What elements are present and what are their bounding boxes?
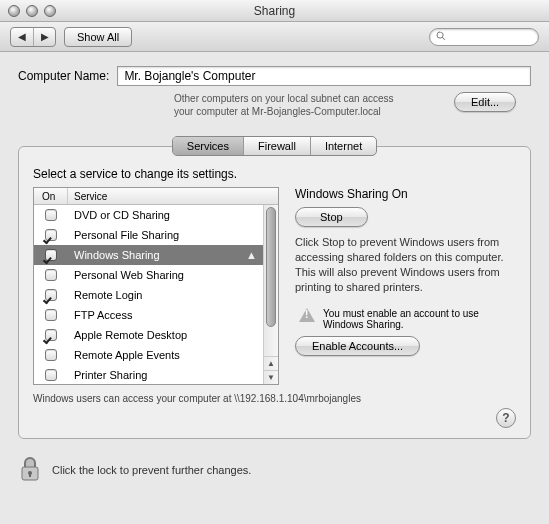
warning-text: You must enable an account to use Window… <box>323 308 516 330</box>
search-input[interactable] <box>446 30 549 44</box>
detail-description: Click Stop to prevent Windows users from… <box>295 235 516 294</box>
service-label: Personal Web Sharing <box>74 269 184 281</box>
computer-name-row: Computer Name: <box>18 66 531 86</box>
help-button[interactable]: ? <box>496 408 516 428</box>
service-label: FTP Access <box>74 309 132 321</box>
scroll-up-icon[interactable]: ▲ <box>264 356 278 370</box>
detail-title: Windows Sharing On <box>295 187 516 201</box>
service-label: DVD or CD Sharing <box>74 209 170 221</box>
tab-services[interactable]: Services <box>173 137 243 155</box>
subnet-row: Other computers on your local subnet can… <box>18 92 531 118</box>
access-note: Windows users can access your computer a… <box>33 393 516 404</box>
warning-icon <box>299 308 315 322</box>
titlebar: Sharing <box>0 0 549 22</box>
services-pane: Select a service to change its settings.… <box>18 146 531 439</box>
lock-row: Click the lock to prevent further change… <box>0 447 549 495</box>
toolbar: ◀ ▶ Show All <box>0 22 549 52</box>
service-checkbox[interactable] <box>45 269 57 281</box>
service-checkbox[interactable] <box>45 289 57 301</box>
subnet-text: Other computers on your local subnet can… <box>174 92 454 118</box>
enable-accounts-button[interactable]: Enable Accounts... <box>295 336 420 356</box>
lock-icon[interactable] <box>18 455 42 485</box>
service-checkbox[interactable] <box>45 249 57 261</box>
tabs-wrap: Services Firewall Internet Select a serv… <box>18 136 531 439</box>
scrollbar[interactable]: ▲ ▼ <box>263 205 278 384</box>
pane-instructions: Select a service to change its settings. <box>33 167 516 181</box>
service-checkbox[interactable] <box>45 229 57 241</box>
service-row[interactable]: Printer Sharing <box>34 365 263 384</box>
services-body: DVD or CD SharingPersonal File SharingWi… <box>34 205 263 384</box>
back-button[interactable]: ◀ <box>11 28 33 46</box>
search-field[interactable] <box>429 28 539 46</box>
scroll-down-icon[interactable]: ▼ <box>264 370 278 384</box>
stop-button[interactable]: Stop <box>295 207 368 227</box>
column-service[interactable]: Service <box>68 188 278 204</box>
services-table: On Service DVD or CD SharingPersonal Fil… <box>33 187 279 385</box>
nav-back-forward: ◀ ▶ <box>10 27 56 47</box>
computer-name-field[interactable] <box>117 66 531 86</box>
service-label: Windows Sharing <box>74 249 160 261</box>
computer-name-label: Computer Name: <box>18 69 109 83</box>
service-label: Personal File Sharing <box>74 229 179 241</box>
service-checkbox[interactable] <box>45 309 57 321</box>
tab-internet[interactable]: Internet <box>310 137 376 155</box>
services-header: On Service <box>34 188 278 205</box>
tab-row: Services Firewall Internet <box>18 136 531 156</box>
scroll-thumb[interactable] <box>266 207 276 327</box>
column-on[interactable]: On <box>34 188 68 204</box>
content: Computer Name: Other computers on your l… <box>0 52 549 447</box>
enable-warning: You must enable an account to use Window… <box>299 308 516 330</box>
service-checkbox[interactable] <box>45 369 57 381</box>
tab-segment: Services Firewall Internet <box>172 136 377 156</box>
service-row[interactable]: Windows Sharing▲ <box>34 245 263 265</box>
show-all-button[interactable]: Show All <box>64 27 132 47</box>
service-row[interactable]: Personal Web Sharing <box>34 265 263 285</box>
service-row[interactable]: Personal File Sharing <box>34 225 263 245</box>
service-row[interactable]: Apple Remote Desktop <box>34 325 263 345</box>
forward-button[interactable]: ▶ <box>33 28 55 46</box>
service-label: Printer Sharing <box>74 369 147 381</box>
svg-rect-2 <box>29 473 31 477</box>
service-label: Remote Login <box>74 289 143 301</box>
service-row[interactable]: Remote Login <box>34 285 263 305</box>
service-label: Apple Remote Desktop <box>74 329 187 341</box>
warning-icon: ▲ <box>246 249 257 261</box>
tab-firewall[interactable]: Firewall <box>243 137 310 155</box>
service-checkbox[interactable] <box>45 209 57 221</box>
service-row[interactable]: DVD or CD Sharing <box>34 205 263 225</box>
lock-text: Click the lock to prevent further change… <box>52 464 251 476</box>
service-checkbox[interactable] <box>45 349 57 361</box>
search-icon <box>436 31 446 43</box>
edit-hostname-button[interactable]: Edit... <box>454 92 516 112</box>
service-label: Remote Apple Events <box>74 349 180 361</box>
service-row[interactable]: FTP Access <box>34 305 263 325</box>
service-row[interactable]: Remote Apple Events <box>34 345 263 365</box>
service-detail: Windows Sharing On Stop Click Stop to pr… <box>295 187 516 385</box>
service-checkbox[interactable] <box>45 329 57 341</box>
window-title: Sharing <box>0 4 549 18</box>
